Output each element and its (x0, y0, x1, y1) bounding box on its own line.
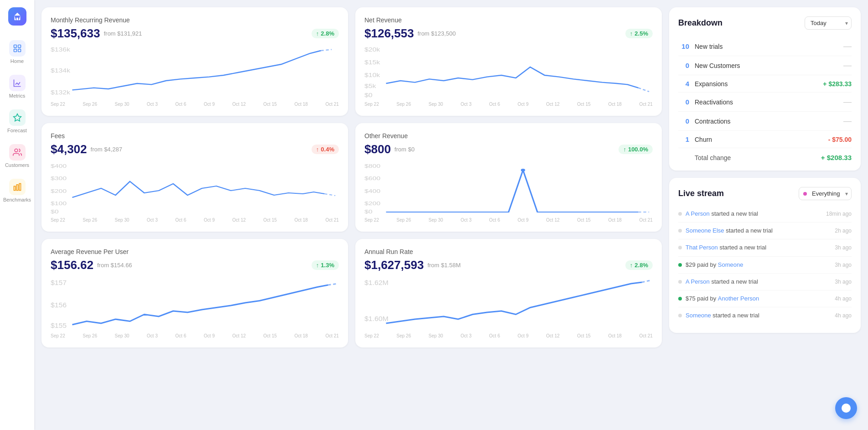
breakdown-react-dash: — (843, 97, 852, 107)
svg-text:$800: $800 (364, 164, 380, 169)
fab-button[interactable] (835, 397, 857, 419)
fees-card: Fees $4,302 from $4,287 ↑ 0.4% $400 $300… (42, 123, 348, 232)
arpu-x-labels: Sep 22 Sep 26 Sep 30 Oct 3 Oct 6 Oct 9 O… (51, 333, 339, 338)
sidebar-item-metrics-label: Metrics (9, 93, 25, 98)
fees-from: from $4,287 (91, 146, 122, 153)
svg-text:$134k: $134k (51, 67, 71, 74)
stream-text-2: Someone Else started a new trial (686, 227, 831, 235)
svg-rect-3 (18, 49, 21, 52)
app-logo[interactable] (8, 7, 26, 26)
stream-time-6: 4h ago (835, 295, 852, 302)
svg-text:$155: $155 (51, 322, 67, 330)
svg-text:$15k: $15k (364, 59, 380, 66)
breakdown-row-trials: 10 New trials — (678, 37, 852, 56)
sidebar-item-customers[interactable]: Customers (4, 140, 31, 171)
breakdown-exp-label: Expansions (695, 80, 823, 88)
sidebar-item-benchmarks[interactable]: Benchmarks (4, 175, 31, 206)
svg-text:$400: $400 (364, 189, 380, 194)
stream-dot-2 (678, 229, 682, 233)
breakdown-row-new-customers: 0 New Customers — (678, 56, 852, 75)
sidebar-item-forecast[interactable]: Forecast (4, 106, 31, 137)
arpu-from: from $154.66 (97, 262, 132, 269)
stream-dot-4 (678, 263, 682, 267)
svg-text:$132k: $132k (51, 89, 71, 96)
arr-card: Annual Run Rate $1,627,593 from $1.58M ↑… (355, 239, 662, 347)
net-from: from $123,500 (417, 30, 456, 37)
breakdown-total-label: Total change (678, 154, 821, 161)
breakdown-total-row: Total change + $208.33 (678, 148, 852, 161)
breakdown-row-churn: 1 Churn - $75.00 (678, 131, 852, 148)
svg-text:$600: $600 (364, 176, 380, 181)
breakdown-trials-label: New trials (695, 43, 843, 50)
stream-item-6: $75 paid by Another Person 4h ago (678, 290, 852, 307)
arr-chart: $1.62M $1.60M (364, 277, 653, 332)
up-arrow-icon: ↑ (316, 262, 319, 269)
svg-text:$157: $157 (51, 279, 67, 286)
stream-link-1[interactable]: A Person (686, 210, 710, 217)
breakdown-contract-label: Contractions (695, 118, 843, 125)
svg-point-27 (521, 169, 525, 171)
stream-text-5: A Person started a new trial (686, 278, 831, 286)
stream-time-3: 3h ago (835, 244, 852, 251)
net-x-labels: Sep 22 Sep 26 Sep 30 Oct 3 Oct 6 Oct 9 O… (364, 102, 653, 107)
breakdown-period-wrap: Today Yesterday This Week This Month (805, 16, 852, 30)
stream-link-3[interactable]: That Person (686, 244, 718, 251)
stream-item-7: Someone started a new trial 4h ago (678, 307, 852, 324)
other-value: $800 (364, 142, 391, 156)
breakdown-header: Breakdown Today Yesterday This Week This… (678, 16, 852, 30)
up-arrow-icon: ↑ (630, 30, 633, 37)
breakdown-contract-count: 0 (678, 117, 689, 125)
stream-text-7: Someone started a new trial (686, 311, 831, 320)
net-value: $126,553 (364, 26, 414, 41)
stream-link-7[interactable]: Someone (686, 312, 711, 319)
breakdown-contract-dash: — (843, 116, 852, 126)
svg-text:$0: $0 (364, 209, 373, 214)
mrr-value: $135,633 (51, 26, 100, 41)
sidebar-item-customers-label: Customers (5, 162, 29, 168)
other-revenue-card: Other Revenue $800 from $0 ↑ 100.0% $800… (355, 123, 662, 232)
charts-row-1: Monthly Recurring Revenue $135,633 from … (42, 7, 662, 116)
other-chart: $800 $600 $400 $200 $0 (364, 161, 653, 216)
arpu-title: Average Revenue Per User (51, 248, 339, 255)
livestream-filter-select[interactable]: Everything Trials Payments (799, 187, 852, 200)
stream-link-5[interactable]: A Person (686, 278, 710, 285)
breakdown-trials-dash: — (843, 41, 852, 51)
breakdown-trials-count: 10 (678, 42, 689, 50)
svg-text:$1.60M: $1.60M (364, 315, 389, 323)
stream-link-6[interactable]: Another Person (718, 295, 759, 302)
livestream-filter-wrap: Everything Trials Payments (799, 187, 852, 200)
stream-link-4[interactable]: Someone (718, 261, 743, 268)
stream-time-5: 3h ago (835, 279, 852, 285)
stream-text-3: That Person started a new trial (686, 243, 831, 252)
stream-dot-1 (678, 212, 682, 216)
svg-rect-1 (18, 45, 21, 48)
svg-rect-0 (14, 45, 16, 48)
breakdown-newcust-count: 0 (678, 62, 689, 69)
up-arrow-icon: ↑ (623, 146, 626, 153)
sidebar-item-metrics[interactable]: Metrics (4, 71, 31, 102)
charts-row-3: Average Revenue Per User $156.62 from $1… (42, 239, 662, 347)
stream-item-4: $29 paid by Someone 3h ago (678, 257, 852, 274)
svg-point-5 (15, 149, 18, 152)
stream-dot-7 (678, 314, 682, 317)
breakdown-period-select[interactable]: Today Yesterday This Week This Month (805, 16, 852, 30)
arpu-chart: $157 $156 $155 (51, 277, 339, 332)
mrr-card: Monthly Recurring Revenue $135,633 from … (42, 7, 348, 116)
svg-rect-6 (14, 186, 15, 190)
other-title: Other Revenue (364, 132, 653, 140)
stream-time-4: 3h ago (835, 262, 852, 268)
svg-text:$100: $100 (51, 201, 67, 206)
main-content: Monthly Recurring Revenue $135,633 from … (34, 0, 868, 430)
charts-row-2: Fees $4,302 from $4,287 ↑ 0.4% $400 $300… (42, 123, 662, 232)
breakdown-total-value: + $208.33 (821, 154, 852, 161)
other-x-labels: Sep 22 Sep 26 Sep 30 Oct 3 Oct 6 Oct 9 O… (364, 218, 653, 223)
breakdown-react-label: Reactivations (695, 98, 843, 106)
other-badge: ↑ 100.0% (619, 145, 653, 154)
arr-x-labels: Sep 22 Sep 26 Sep 30 Oct 3 Oct 6 Oct 9 O… (364, 333, 653, 338)
up-arrow-icon: ↑ (630, 262, 633, 269)
charts-area: Monthly Recurring Revenue $135,633 from … (42, 7, 662, 423)
sidebar-item-home[interactable]: Home (4, 36, 31, 67)
net-chart: $20k $15k $10k $5k $0 (364, 45, 653, 100)
svg-text:$136k: $136k (51, 47, 71, 53)
stream-link-2[interactable]: Someone Else (686, 227, 724, 234)
